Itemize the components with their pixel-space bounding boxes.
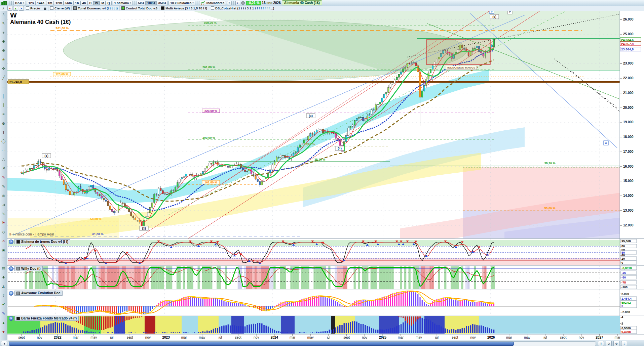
zoom-out-tool-icon[interactable]: ⊖ xyxy=(1,48,7,53)
zoom-in-tool-icon[interactable]: ⊕ xyxy=(1,39,7,44)
zoom-out-button[interactable]: ⊖ xyxy=(606,341,612,346)
angle-tool-icon[interactable]: ⊿ xyxy=(1,202,7,208)
indicators-dropdown-button[interactable]: ▾ xyxy=(227,1,232,5)
panel-close-button[interactable]: ✕ xyxy=(9,291,13,296)
timeframe-button-1h[interactable]: 1h xyxy=(73,1,80,5)
auto-scroll-button[interactable]: ⇣ xyxy=(621,341,627,346)
indicator-control-total[interactable]: Control Total Doc v.6 xyxy=(120,6,159,10)
triangle-tool-icon[interactable]: △ xyxy=(1,157,7,162)
symbol-label: DAX xyxy=(15,1,22,5)
checkbox-icon[interactable] xyxy=(211,6,214,10)
main-chart[interactable]: 300,00 %161,80 %261,80 %123,60 %223,60 %… xyxy=(7,11,644,340)
indicator-tunel-domenec[interactable]: Tunel Domenec v4 (t t t t t) xyxy=(72,6,120,10)
indicator-label: Tunel Domenec v4 (t t t t t) xyxy=(78,6,118,10)
wave-tool-icon[interactable]: ≋ xyxy=(1,193,7,199)
timeframe-button-d[interactable]: D xyxy=(88,1,93,5)
checkbox-icon[interactable] xyxy=(26,6,29,10)
indicators-button[interactable]: Indicadores xyxy=(199,1,226,5)
indicator-multi-avisos[interactable]: Multi Avisos (3 f 3 1,5 70 f f) xyxy=(159,6,209,10)
timeframe-button-4h[interactable]: 4h xyxy=(80,1,87,5)
box-tool-icon[interactable]: ▣ xyxy=(1,247,7,253)
crosshair-tool-icon[interactable]: + xyxy=(1,30,7,35)
unit-button-10ku[interactable]: 10kU xyxy=(146,1,157,5)
panel-close-button[interactable]: ✕ xyxy=(9,266,13,271)
panel-title-box[interactable]: Awesome Evolution Doc xyxy=(14,291,63,296)
zoom-in-button[interactable]: ⊕ xyxy=(613,341,619,346)
indicator-move-up-button[interactable]: ▲ xyxy=(13,6,18,11)
menu-tool-icon[interactable]: ☰ xyxy=(1,256,7,262)
rectangle-tool-icon[interactable]: ▭ xyxy=(1,147,7,153)
timeframe-button-56m[interactable]: 56m xyxy=(64,1,73,5)
unit-button-35ku[interactable]: 35kU xyxy=(157,1,168,5)
text-tool-icon[interactable]: T xyxy=(1,129,7,135)
horizontal-line-tool-icon[interactable]: ─ xyxy=(1,84,7,90)
checkbox-icon[interactable] xyxy=(50,6,53,10)
indicator-toggle-precio[interactable]: Precio xyxy=(24,6,42,10)
pointer-tool-icon[interactable]: ↖ xyxy=(1,20,7,26)
arrow-tool-icon[interactable]: ↗ xyxy=(1,166,7,171)
edit-tool-icon[interactable]: ✎ xyxy=(1,311,7,316)
expand-tool-icon[interactable]: ⇕ xyxy=(1,293,7,298)
pencil-tool-icon[interactable]: ✎ xyxy=(1,184,7,189)
add-tool-icon[interactable]: ✚ xyxy=(1,274,7,280)
svg-text:nov: nov xyxy=(37,336,42,339)
confirm-tool-icon[interactable]: ✔ xyxy=(1,302,7,307)
pencil-red-tool-icon[interactable]: ✎ xyxy=(1,175,7,180)
scroll-down-tool-icon[interactable]: ▼ xyxy=(1,329,7,335)
timeframe-button-1m[interactable]: 1m xyxy=(46,1,54,5)
cone-tool-icon[interactable]: ◭ xyxy=(1,284,7,289)
timeframe-button-12s[interactable]: 12s xyxy=(27,1,36,5)
favorites-tool-icon[interactable]: ★ xyxy=(1,57,7,62)
unit-button-5ku[interactable]: 5kU xyxy=(137,1,146,5)
collapse-tools-icon[interactable]: ∧ xyxy=(1,11,7,17)
svg-text:17.000: 17.000 xyxy=(623,150,634,154)
svg-text:161,80 %: 161,80 % xyxy=(204,181,217,184)
timeframe-button-w[interactable]: W xyxy=(93,1,100,5)
panel-title-box[interactable]: Willy Doc (t) xyxy=(14,266,43,271)
ellipse-tool-icon[interactable]: ◯ xyxy=(1,138,7,144)
indicator-ds-cotashist[interactable]: DS_CotasHist (1 t t t 3 1 1 t f f f f f … xyxy=(209,6,276,10)
info-icon[interactable]: i xyxy=(235,1,240,5)
scroll-left-button[interactable]: ◂ xyxy=(1,341,7,346)
svg-text:261,80 %: 261,80 % xyxy=(202,66,215,69)
collapse-toolbar-button[interactable]: ∧ xyxy=(0,7,7,10)
pitchfork-tool-icon[interactable]: ψ xyxy=(1,120,7,126)
instrument-tab[interactable]: Alemania 40 Cash (1€) xyxy=(282,0,322,5)
scroll-up-tool-icon[interactable]: ▲ xyxy=(1,320,7,326)
percent-tool-icon[interactable]: % xyxy=(1,211,7,217)
channel-tool-icon[interactable]: ∥ xyxy=(1,102,7,108)
panel-close-button[interactable]: ✕ xyxy=(9,316,13,321)
fibonacci-tool-icon[interactable]: ≡ xyxy=(1,111,7,117)
flag-tool-icon[interactable]: ⚑ xyxy=(1,220,7,226)
delete-tool-icon[interactable]: ✕ xyxy=(1,238,7,244)
panel-title-box[interactable]: Barra Fuerza Fondo Mercado v4 (f) xyxy=(14,316,79,321)
units-select[interactable]: 10 k unidades ▾ xyxy=(168,1,195,5)
timeframe-button-q[interactable]: Q xyxy=(106,1,111,5)
toolbar-grip[interactable] xyxy=(9,1,12,5)
pan-tool-icon[interactable]: ✛ xyxy=(1,66,7,72)
trend-line-tool-icon[interactable]: ╱ xyxy=(1,75,7,81)
grid-tool-icon[interactable]: ▤ xyxy=(1,265,7,271)
indicator-move-down-button[interactable]: ▼ xyxy=(7,6,12,11)
svg-text:26.000: 26.000 xyxy=(623,17,634,21)
indicator-toggle-cierre[interactable]: Cierre (W) xyxy=(48,6,72,10)
panel-close-button[interactable]: ✕ xyxy=(9,240,13,244)
vertical-line-tool-icon[interactable]: │ xyxy=(1,93,7,99)
timeframe-button-m[interactable]: M xyxy=(100,1,106,5)
period-select[interactable]: 1 semana ▾ xyxy=(113,1,133,5)
svg-text:13.000: 13.000 xyxy=(623,209,634,212)
symbol-select[interactable]: DAX ▾ xyxy=(13,1,26,5)
scrollbar-track[interactable] xyxy=(8,341,596,346)
price-options-button[interactable]: ≣ xyxy=(42,6,48,11)
panel-title-box[interactable]: Sistema de trenes Doc v4 (f f) xyxy=(14,239,70,244)
scrollbar-thumb[interactable] xyxy=(9,342,514,346)
svg-text:21.740,0: 21.740,0 xyxy=(9,80,22,84)
svg-text:40: 40 xyxy=(621,254,625,257)
svg-text:592,02: 592,02 xyxy=(621,301,631,304)
zoom-fit-button[interactable]: ⇕ xyxy=(598,341,604,346)
rhombus-tool-icon[interactable]: ◇ xyxy=(1,229,7,235)
indicator-remove-button[interactable]: ✕ xyxy=(19,6,24,11)
timeframe-button-12m[interactable]: 12m xyxy=(54,1,64,5)
timeframe-button-144s[interactable]: 144s xyxy=(35,1,46,5)
svg-text:jul: jul xyxy=(327,336,330,339)
